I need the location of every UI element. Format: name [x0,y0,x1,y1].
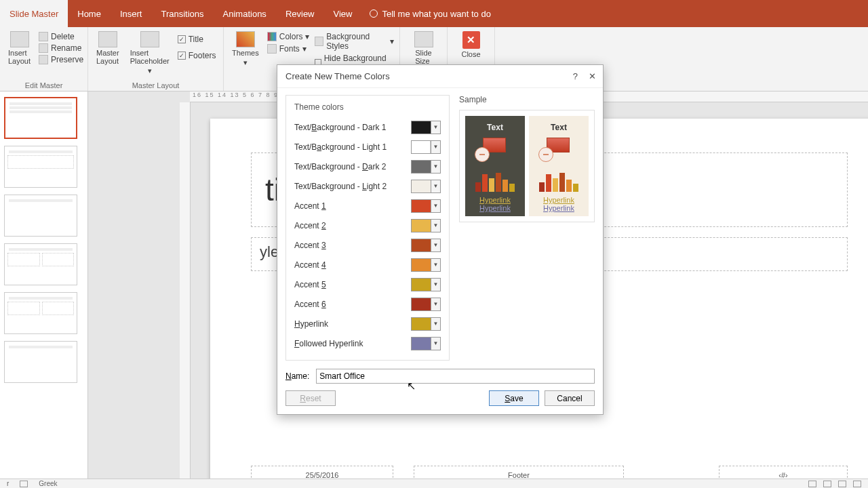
themes-icon [236,31,255,47]
view-sorter-icon[interactable] [823,481,831,487]
layout-thumb[interactable] [4,146,77,188]
color-picker-button[interactable]: ▼ [411,160,441,174]
color-picker-button[interactable]: ▼ [411,258,441,272]
bg-styles-button[interactable]: Background Styles ▾ [315,31,394,52]
color-picker-button[interactable]: ▼ [411,199,441,213]
color-row: Accent 1 ▼ [294,196,441,216]
color-picker-button[interactable]: ▼ [411,239,441,252]
status-language: Greek [39,480,57,487]
cancel-button[interactable]: Cancel [545,390,595,406]
vertical-ruler [180,102,191,479]
layout-thumb[interactable] [4,243,77,285]
group-label-master-layout: Master Layout [94,81,218,89]
color-row: Accent 4 ▼ [294,255,441,274]
save-button[interactable]: Save [489,390,539,406]
reset-button[interactable]: Reset [285,390,336,406]
tab-view[interactable]: View [324,0,362,27]
view-reading-icon[interactable] [838,481,846,487]
insert-placeholder-button[interactable]: Insert Placeholder▾ [127,30,172,77]
close-master-button[interactable]: ✕Close [458,30,483,60]
color-picker-button[interactable]: ▼ [411,180,441,193]
theme-colors-pane: Theme colors Text/Background - Dark 1 ▼ … [285,95,450,361]
insert-placeholder-icon [140,31,159,47]
sample-dark: Text Hyperlink Hyperlink [465,116,525,216]
view-slideshow-icon[interactable] [853,481,861,487]
color-picker-button[interactable]: ▼ [411,317,441,331]
bulb-icon [370,9,378,18]
rename-button[interactable]: Rename [39,43,83,54]
delete-icon [39,32,48,41]
ribbon-tabs: Slide Master Home Insert Transitions Ani… [0,0,868,27]
theme-colors-label: Theme colors [294,102,441,112]
delete-button[interactable]: Delete [39,31,83,42]
view-normal-icon[interactable] [808,481,816,487]
color-row: Text/Background - Dark 1 ▼ [294,117,441,137]
preserve-icon [39,55,48,64]
slide-size-icon [414,31,433,47]
status-text: r [7,480,9,487]
footers-checkbox[interactable]: ✓Footers [178,50,216,61]
color-picker-button[interactable]: ▼ [411,298,441,311]
color-picker-button[interactable]: ▼ [411,278,441,291]
thumbnail-pane [0,92,88,479]
close-button[interactable]: ✕ [589,71,596,81]
tab-animations[interactable]: Animations [214,0,276,27]
themes-button[interactable]: Themes▾ [229,30,262,68]
dialog-titlebar[interactable]: Create New Theme Colors ? ✕ [277,65,603,88]
slide-size-button[interactable]: Slide Size [412,30,436,66]
color-row: Accent 6 ▼ [294,294,441,314]
color-row: Accent 5 ▼ [294,274,441,294]
color-row: Accent 3 ▼ [294,235,441,255]
layout-thumb[interactable] [4,97,77,139]
colors-button[interactable]: Colors ▾ [267,31,310,42]
sample-label: Sample [459,95,595,104]
layout-thumb[interactable] [4,292,77,334]
preserve-button[interactable]: Preserve [39,54,83,65]
tab-home[interactable]: Home [68,0,111,27]
name-input[interactable] [316,369,595,384]
layout-thumb[interactable] [4,195,77,237]
colors-icon [267,32,277,41]
tab-transitions[interactable]: Transitions [151,0,213,27]
sample-light: Text Hyperlink Hyperlink [529,116,589,216]
tell-me[interactable]: Tell me what you want to do [361,0,498,27]
layout-thumb[interactable] [4,341,77,383]
color-picker-button[interactable]: ▼ [411,219,441,232]
title-checkbox[interactable]: ✓Title [178,34,216,45]
color-picker-button[interactable]: ▼ [411,140,441,154]
bg-styles-icon [315,37,323,46]
tab-slide-master[interactable]: Slide Master [0,0,68,27]
master-layout-icon [98,31,117,47]
color-row: Hyperlink ▼ [294,314,441,333]
name-label: Name: [285,371,309,381]
color-picker-button[interactable]: ▼ [411,121,441,134]
sample-preview: Text Hyperlink Hyperlink Text Hyperlink … [459,110,595,222]
help-button[interactable]: ? [573,71,578,81]
dialog-title: Create New Theme Colors [285,71,390,81]
color-picker-button[interactable]: ▼ [411,337,441,350]
color-row: Text/Background - Light 1 ▼ [294,137,441,157]
insert-layout-button[interactable]: Insert Layout [5,30,33,66]
theme-colors-dialog: Create New Theme Colors ? ✕ Theme colors… [277,64,604,415]
group-label-edit-master: Edit Master [5,81,82,89]
tell-me-label: Tell me what you want to do [382,9,490,19]
color-row: Text/Background - Light 2 ▼ [294,176,441,196]
status-bar: r Greek [0,479,868,488]
fonts-button[interactable]: Fonts ▾ [267,43,310,54]
master-layout-button[interactable]: Master Layout [94,30,122,66]
close-icon: ✕ [462,31,480,49]
color-row: Accent 2 ▼ [294,216,441,235]
status-icon [20,481,28,487]
insert-layout-icon [10,31,29,47]
tab-insert[interactable]: Insert [111,0,152,27]
fonts-icon [267,44,277,54]
rename-icon [39,43,48,53]
color-row: Followed Hyperlink ▼ [294,333,441,353]
color-row: Text/Background - Dark 2 ▼ [294,157,441,176]
tab-review[interactable]: Review [276,0,324,27]
